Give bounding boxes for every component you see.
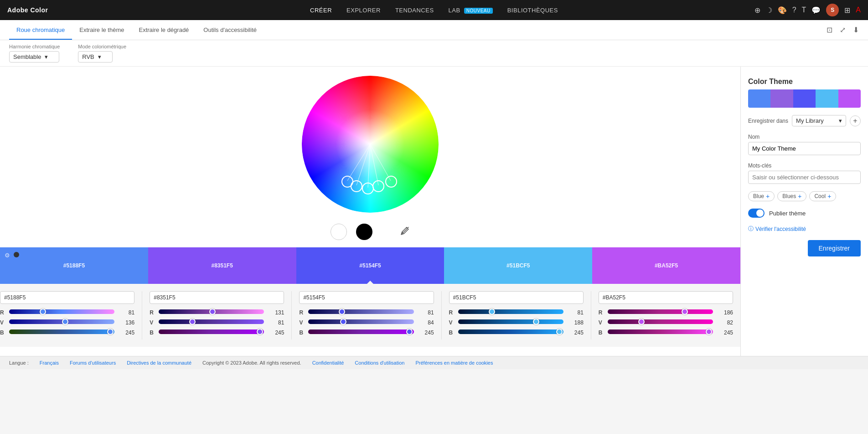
secondary-nav: Roue chromatique Extraire le thème Extra… (0, 20, 868, 40)
b-slider-5[interactable] (608, 329, 713, 334)
hex-input-5[interactable] (599, 291, 733, 304)
black-color-circle[interactable] (356, 224, 372, 240)
handle-4[interactable] (373, 181, 384, 192)
tag-blues[interactable]: Blues + (777, 191, 806, 201)
swatch-5[interactable]: #BA52F5 (592, 247, 740, 284)
footer-cookies[interactable]: Préférences en matière de cookies (415, 360, 493, 366)
add-library-button[interactable]: + (850, 115, 861, 126)
b-thumb-5[interactable] (706, 329, 712, 335)
adobe-icon[interactable]: A (856, 6, 861, 14)
nav-tendances[interactable]: TENDANCES (395, 7, 434, 14)
r-thumb-4[interactable] (489, 309, 495, 315)
handle-2[interactable] (351, 181, 362, 192)
eyedropper-button[interactable] (400, 226, 410, 238)
v-thumb-1[interactable] (62, 319, 68, 325)
r-slider-3[interactable] (308, 309, 413, 314)
name-input[interactable] (748, 142, 861, 155)
tab-accessibilite[interactable]: Outils d'accessibilité (196, 21, 264, 40)
compact-view-icon[interactable]: ⊡ (827, 26, 832, 34)
keywords-input[interactable] (748, 171, 861, 184)
swatch-4-label: #51BCF5 (506, 262, 530, 269)
handle-5[interactable] (386, 176, 397, 187)
color-editor-3: R 81 V 84 (292, 291, 441, 340)
publish-toggle[interactable] (748, 209, 765, 218)
r-slider-2[interactable] (159, 309, 264, 314)
nav-explorer[interactable]: EXPLORER (346, 7, 381, 14)
accessibility-icon: ⓘ (748, 225, 754, 233)
r-thumb-5[interactable] (682, 309, 688, 315)
grid-icon[interactable]: ⊞ (844, 6, 850, 15)
swatch-3[interactable]: #5154F5 (296, 247, 444, 284)
white-color-circle[interactable] (331, 224, 347, 240)
v-slider-1[interactable] (9, 319, 114, 324)
swatch-1[interactable]: ⚙ #5188F5 (0, 247, 148, 284)
r-slider-4[interactable] (458, 309, 563, 314)
v-slider-5[interactable] (608, 319, 713, 324)
b-thumb-4[interactable] (556, 329, 563, 335)
color-wheel-container[interactable] (302, 76, 439, 213)
footer-community[interactable]: Directives de la communauté (127, 360, 191, 366)
color-mode-select[interactable]: RVB ▾ (78, 51, 113, 63)
tab-extraire-theme[interactable]: Extraire le thème (72, 21, 131, 40)
tab-roue-chromatique[interactable]: Roue chromatique (9, 21, 72, 40)
swatch-5-label: #BA52F5 (655, 262, 678, 269)
b-slider-3[interactable] (308, 329, 413, 334)
v-slider-4[interactable] (458, 319, 563, 324)
r-thumb-1[interactable] (40, 309, 46, 315)
r-slider-5[interactable] (608, 309, 713, 314)
footer-forums[interactable]: Forums d'utilisateurs (70, 360, 116, 366)
help-icon[interactable]: ? (792, 6, 796, 14)
nav-lab[interactable]: LAB Nouveau (449, 7, 493, 14)
nav-bibliotheques[interactable]: BIBLIOTHÈQUES (507, 7, 558, 14)
language-link[interactable]: Français (40, 360, 59, 366)
add-icon[interactable]: ⊕ (754, 6, 760, 15)
color-wheel-icon[interactable]: 🎨 (778, 6, 787, 15)
v-slider-3[interactable] (308, 319, 413, 324)
share-icon[interactable]: ⤢ (840, 26, 846, 34)
harmony-select[interactable]: Semblable ▾ (9, 51, 59, 63)
r-thumb-2[interactable] (209, 309, 216, 315)
nav-creer[interactable]: CRÉER (310, 7, 332, 14)
b-thumb-1[interactable] (107, 329, 114, 335)
tag-blue-plus[interactable]: + (766, 193, 770, 200)
hex-input-2[interactable] (150, 291, 284, 304)
r-slider-1[interactable] (9, 309, 114, 314)
footer-privacy[interactable]: Confidentialité (312, 360, 344, 366)
v-thumb-2[interactable] (189, 319, 196, 325)
tab-extraire-degrade[interactable]: Extraire le dégradé (132, 21, 196, 40)
b-slider-1[interactable] (9, 329, 114, 334)
v-thumb-5[interactable] (638, 319, 645, 325)
b-slider-2[interactable] (159, 329, 264, 334)
chat-icon[interactable]: 💬 (811, 6, 821, 15)
hex-input-3[interactable] (299, 291, 434, 304)
r-thumb-3[interactable] (339, 309, 345, 315)
moon-icon[interactable]: ☽ (766, 6, 772, 15)
library-select[interactable]: My Library ▾ (792, 115, 846, 126)
footer-terms[interactable]: Conditions d'utilisation (355, 360, 404, 366)
b-thumb-3[interactable] (406, 329, 413, 335)
download-icon[interactable]: ⬇ (853, 26, 859, 34)
filter-icon[interactable]: ⚙ (5, 252, 10, 259)
hex-input-4[interactable] (449, 291, 584, 304)
controls-row: Harmonie chromatique Semblable ▾ Mode co… (0, 40, 868, 67)
v-thumb-4[interactable] (533, 319, 539, 325)
swatch-4[interactable]: #51BCF5 (444, 247, 592, 284)
v-thumb-3[interactable] (340, 319, 346, 325)
avatar[interactable]: S (826, 4, 839, 16)
tag-cool[interactable]: Cool + (809, 191, 836, 201)
accessibility-link[interactable]: ⓘ Vérifier l'accessibilité (748, 225, 861, 233)
publish-toggle-row: Publier thème (748, 209, 861, 218)
font-icon[interactable]: T (802, 6, 806, 14)
swatch-2[interactable]: #8351F5 (148, 247, 296, 284)
b-slider-4[interactable] (458, 329, 563, 334)
nav-badge: Nouveau (464, 8, 493, 14)
hex-input-1[interactable] (0, 291, 134, 304)
channel-b-5: B 245 (599, 329, 733, 336)
b-thumb-2[interactable] (257, 329, 263, 335)
color-editor-2: R 131 V 81 (142, 291, 292, 340)
tag-cool-plus[interactable]: + (827, 193, 831, 200)
v-slider-2[interactable] (159, 319, 264, 324)
tag-blue[interactable]: Blue + (748, 191, 775, 201)
tag-blues-plus[interactable]: + (798, 193, 801, 200)
save-button[interactable]: Enregistrer (808, 240, 861, 256)
